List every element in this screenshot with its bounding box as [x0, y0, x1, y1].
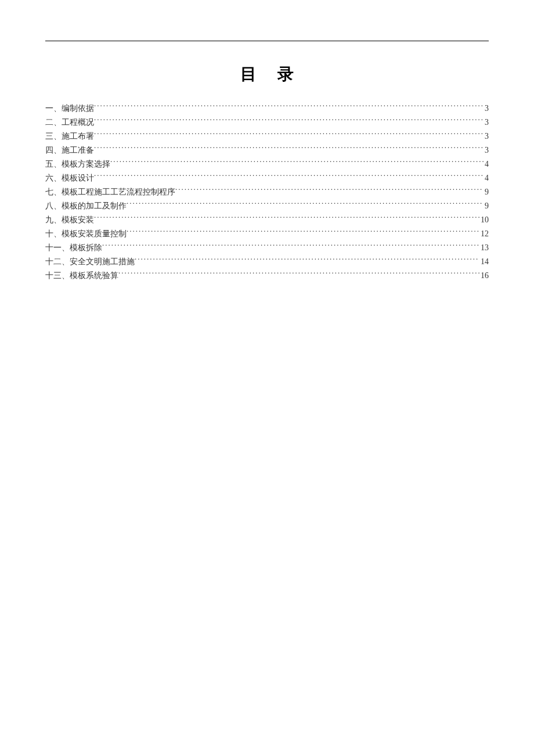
toc-label: 十二、安全文明施工措施 — [45, 255, 135, 269]
toc-entry: 五、模板方案选择 4 — [45, 157, 489, 171]
toc-page-number: 3 — [484, 102, 489, 116]
toc-label: 五、模板方案选择 — [45, 157, 110, 171]
toc-label: 十、模板安装质量控制 — [45, 227, 127, 241]
toc-label: 八、模板的加工及制作 — [45, 199, 127, 213]
toc-leader — [127, 228, 479, 236]
toc-entry: 十二、安全文明施工措施 14 — [45, 255, 489, 269]
toc-leader — [102, 242, 479, 250]
toc-leader — [94, 214, 479, 222]
toc-label: 一、编制依据 — [45, 102, 94, 116]
toc-leader — [175, 186, 484, 195]
toc-entry: 三、施工布署 3 — [45, 129, 489, 143]
toc-label: 九、模板安装 — [45, 213, 94, 227]
toc-page-number: 9 — [484, 199, 489, 213]
header-rule — [45, 41, 489, 41]
toc-page-number: 4 — [484, 171, 489, 185]
toc-page-number: 3 — [484, 116, 489, 129]
table-of-contents: 一、编制依据 3 二、工程概况 3 三、施工布署 3 四、施工准备 3 五、模板… — [45, 102, 489, 283]
toc-leader — [118, 270, 479, 278]
toc-page-number: 9 — [484, 185, 489, 199]
toc-leader — [135, 256, 479, 264]
toc-page-number: 10 — [479, 213, 489, 227]
toc-entry: 二、工程概况 3 — [45, 116, 489, 129]
toc-label: 四、施工准备 — [45, 143, 94, 157]
document-page: 目录 一、编制依据 3 二、工程概况 3 三、施工布署 3 四、施工准备 3 五… — [0, 0, 534, 283]
toc-label: 三、施工布署 — [45, 129, 94, 143]
toc-entry: 十一、模板拆除 13 — [45, 241, 489, 255]
toc-leader — [110, 159, 484, 167]
toc-page-number: 3 — [484, 143, 489, 157]
toc-label: 十三、模板系统验算 — [45, 269, 118, 283]
toc-page-number: 3 — [484, 129, 489, 143]
toc-entry: 八、模板的加工及制作 9 — [45, 199, 489, 213]
toc-leader — [94, 131, 484, 139]
toc-entry: 六、模板设计 4 — [45, 171, 489, 185]
toc-entry: 七、模板工程施工工艺流程控制程序 9 — [45, 185, 489, 199]
toc-label: 二、工程概况 — [45, 116, 94, 129]
toc-leader — [94, 103, 484, 111]
toc-label: 七、模板工程施工工艺流程控制程序 — [45, 185, 175, 199]
toc-leader — [94, 145, 484, 153]
toc-page-number: 16 — [479, 269, 489, 283]
toc-label: 十一、模板拆除 — [45, 241, 102, 255]
toc-label: 六、模板设计 — [45, 171, 94, 185]
toc-page-number: 14 — [479, 255, 489, 269]
toc-leader — [127, 200, 484, 208]
toc-page-number: 4 — [484, 157, 489, 171]
toc-page-number: 13 — [479, 241, 489, 255]
toc-leader — [94, 172, 484, 181]
toc-entry: 四、施工准备 3 — [45, 143, 489, 157]
toc-entry: 十、模板安装质量控制 12 — [45, 227, 489, 241]
toc-entry: 九、模板安装 10 — [45, 213, 489, 227]
toc-leader — [94, 117, 484, 125]
toc-page-number: 12 — [479, 227, 489, 241]
page-title: 目录 — [45, 63, 489, 85]
toc-entry: 十三、模板系统验算 16 — [45, 269, 489, 283]
toc-entry: 一、编制依据 3 — [45, 102, 489, 116]
